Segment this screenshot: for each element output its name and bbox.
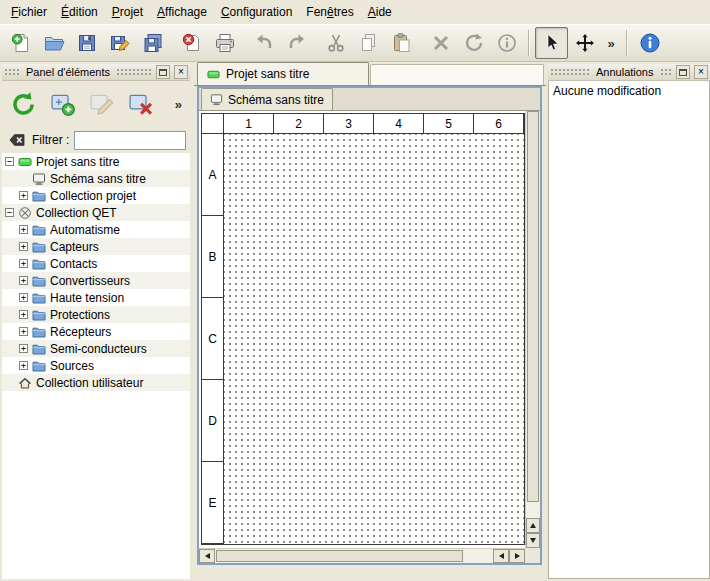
tree-item-collection-utilisateur[interactable]: Collection utilisateur [2,374,190,391]
folder-icon [32,223,46,237]
expander-icon[interactable]: − [5,157,14,166]
down-arrow-icon [530,538,536,543]
delete-button[interactable] [424,27,457,59]
expander-icon[interactable]: + [19,327,28,336]
expander-icon[interactable]: + [19,259,28,268]
element-delete-icon [127,91,154,118]
move-button[interactable] [568,27,601,59]
horizontal-scrollbar-thumb[interactable] [216,550,463,562]
clear-filter-button[interactable] [6,130,27,151]
tree-item-haute-tension[interactable]: +Haute tension [2,289,190,306]
expander-icon[interactable]: + [19,361,28,370]
toolbar-overflow-button[interactable]: » [601,27,621,59]
elements-panel-toolbar: » [2,81,190,127]
element-delete-button[interactable] [122,86,158,122]
undo-panel-close-button[interactable]: × [694,65,708,79]
menu-edition[interactable]: Édition [54,0,105,24]
move-icon [574,32,596,54]
reload-icon [10,91,37,118]
undo-panel-float-button[interactable] [676,65,690,79]
select-arrow-button[interactable] [535,27,568,59]
scroll-left-button[interactable] [199,549,215,563]
tree-item-schema-sans-titre[interactable]: Schéma sans titre [2,170,190,187]
scroll-down-button[interactable] [526,533,540,548]
menu-configuration[interactable]: Configuration [214,0,299,24]
tree-item-convertisseurs[interactable]: +Convertisseurs [2,272,190,289]
tree-item-sources[interactable]: +Sources [2,357,190,374]
tree-item-protections[interactable]: +Protections [2,306,190,323]
panel-overflow-button[interactable]: » [175,97,182,112]
tree-item-capteurs[interactable]: +Capteurs [2,238,190,255]
ruler-row-D: D [202,380,224,462]
elements-panel-close-button[interactable]: × [174,65,188,79]
right-arrow-icon [515,553,520,559]
undo-button[interactable] [247,27,280,59]
tree-item-recepteurs[interactable]: +Récepteurs [2,323,190,340]
open-folder-button[interactable] [37,27,70,59]
horizontal-scrollbar[interactable] [199,548,525,563]
new-file-button[interactable] [4,27,37,59]
vertical-scrollbar-thumb[interactable] [527,111,539,502]
menu-aide[interactable]: Aide [361,0,399,24]
expander-icon[interactable]: + [19,191,28,200]
expander-icon[interactable]: + [19,276,28,285]
tree-item-projet-sans-titre[interactable]: −Projet sans titre [2,153,190,170]
about-button[interactable] [633,27,666,59]
schema-tab[interactable]: Schéma sans titre [201,88,333,110]
save-button[interactable] [70,27,103,59]
menu-projet[interactable]: Projet [105,0,150,24]
filter-input[interactable] [74,131,186,150]
diagram-view[interactable]: 123456ABCDE [199,111,540,563]
scroll-left-button-2[interactable] [493,549,509,563]
redo-button[interactable] [280,27,313,59]
filter-label: Filtrer : [32,133,69,147]
save-all-button[interactable] [136,27,169,59]
expander-icon[interactable]: − [5,208,14,217]
expander-icon[interactable]: + [19,344,28,353]
tree-item-semi-conducteurs[interactable]: +Semi-conducteurs [2,340,190,357]
close-file-button[interactable] [175,27,208,59]
info-button[interactable] [490,27,523,59]
tree-item-label: Semi-conducteurs [50,342,147,356]
tree-item-label: Collection projet [50,189,136,203]
menu-fenetres[interactable]: Fenêtres [299,0,360,24]
tree-item-collection-qet[interactable]: −Collection QET [2,204,190,221]
diagram-scene: 123456ABCDE [201,113,525,545]
scroll-up-button[interactable] [526,518,540,533]
reload-button[interactable] [5,86,41,122]
undo-empty-item[interactable]: Aucune modification [549,81,709,101]
expander-icon[interactable]: + [19,225,28,234]
rotate-button[interactable] [457,27,490,59]
menu-fichier[interactable]: Fichier [4,0,54,24]
elements-panel-float-button[interactable] [156,65,170,79]
left-arrow-icon [499,553,504,559]
print-button[interactable] [208,27,241,59]
element-new-button[interactable] [44,86,80,122]
expander-icon[interactable]: + [19,242,28,251]
paste-button[interactable] [385,27,418,59]
menu-affichage[interactable]: Affichage [150,0,214,24]
tree-item-contacts[interactable]: +Contacts [2,255,190,272]
copy-button[interactable] [352,27,385,59]
expander-icon[interactable]: + [19,293,28,302]
expander-icon[interactable]: + [19,310,28,319]
toolbar-separator [528,30,530,56]
undo-icon [253,32,275,54]
tree-item-automatisme[interactable]: +Automatisme [2,221,190,238]
cut-button[interactable] [319,27,352,59]
tree-item-label: Collection QET [36,206,117,220]
dock-grip [550,68,590,77]
scroll-right-button[interactable] [509,549,525,563]
project-icon [207,68,220,81]
project-tab[interactable]: Projet sans titre [197,62,369,85]
save-as-button[interactable] [103,27,136,59]
dock-grip [116,68,152,77]
vertical-scrollbar[interactable] [525,111,540,548]
tree-item-collection-projet[interactable]: +Collection projet [2,187,190,204]
folder-icon [32,189,46,203]
undo-panel: Annulations × Aucune modification [548,64,710,579]
ruler-row-E: E [202,462,224,544]
undo-panel-title: Annulations [594,66,656,78]
diagram-grid[interactable] [224,134,524,544]
element-edit-button[interactable] [83,86,119,122]
